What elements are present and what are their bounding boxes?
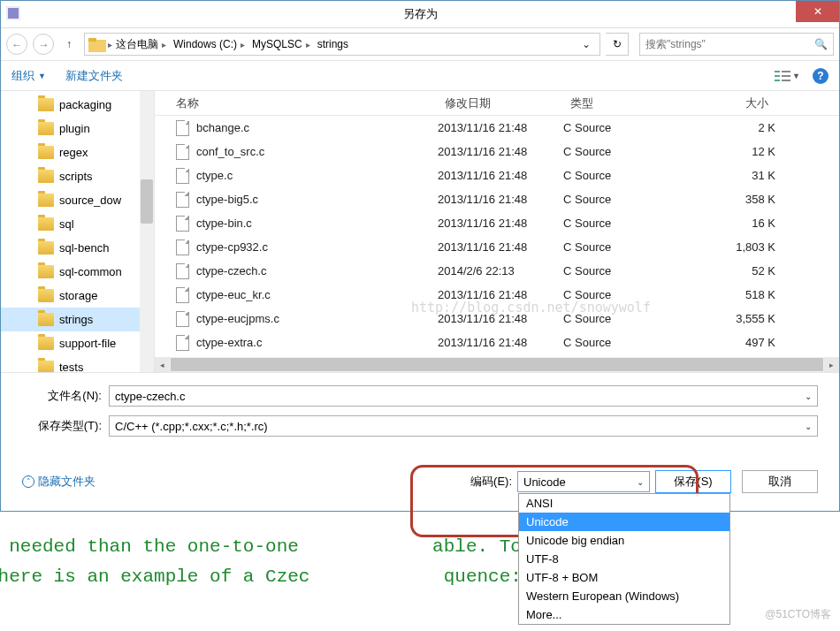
- crumb-dropdown-icon[interactable]: ⌄: [577, 38, 596, 50]
- file-row[interactable]: ctype.c2013/11/16 21:48C Source31 K: [155, 163, 839, 187]
- tree-item-sql[interactable]: sql: [1, 212, 154, 236]
- chevron-down-icon[interactable]: ⌄: [805, 422, 812, 431]
- tree-item-regex[interactable]: regex: [1, 141, 154, 164]
- encoding-select[interactable]: Unicode ⌄ ANSIUnicodeUnicode big endianU…: [517, 471, 650, 492]
- file-icon: [176, 239, 189, 255]
- search-box[interactable]: 🔍: [639, 33, 834, 56]
- background-code-text: s needed than the one-to-one able. To he…: [0, 532, 522, 592]
- file-row[interactable]: bchange.c2013/11/16 21:48C Source2 K: [155, 116, 839, 140]
- file-list: http://blog.csdn.net/snowywolf 名称 修改日期 类…: [155, 91, 839, 372]
- savetype-value: C/C++ (*.cpp;*.cxx;*.c;*.h;*.rc): [115, 420, 268, 433]
- view-button[interactable]: ▼: [775, 70, 800, 82]
- file-row[interactable]: conf_to_src.c2013/11/16 21:48C Source12 …: [155, 140, 839, 163]
- cancel-button[interactable]: 取消: [742, 470, 818, 493]
- newfolder-button[interactable]: 新建文件夹: [65, 68, 123, 84]
- crumb-1[interactable]: Windows (C:): [173, 38, 237, 50]
- tree-item-strings[interactable]: strings: [1, 308, 154, 331]
- encoding-value: Unicode: [523, 475, 566, 489]
- encoding-option[interactable]: Unicode: [519, 513, 729, 531]
- folder-icon: [38, 98, 54, 111]
- file-row[interactable]: ctype-czech.c2014/2/6 22:13C Source52 K: [155, 259, 839, 283]
- col-name[interactable]: 名称: [155, 91, 438, 115]
- file-row[interactable]: ctype-big5.c2013/11/16 21:48C Source358 …: [155, 187, 839, 211]
- forward-button[interactable]: →: [33, 34, 54, 55]
- encoding-option[interactable]: UTF-8: [519, 550, 729, 568]
- tree-item-packaging[interactable]: packaging: [1, 93, 154, 117]
- savetype-label: 保存类型(T):: [22, 418, 109, 434]
- folder-icon: [38, 337, 54, 350]
- file-icon: [176, 311, 189, 327]
- back-button[interactable]: ←: [6, 34, 27, 55]
- refresh-button[interactable]: ↻: [606, 33, 629, 56]
- crumb-2[interactable]: MySQLSC: [252, 38, 302, 50]
- chevron-down-icon: ⌄: [637, 477, 644, 487]
- app-icon: [6, 6, 20, 20]
- col-date[interactable]: 修改日期: [438, 91, 563, 115]
- tree-item-sql-bench[interactable]: sql-bench: [1, 236, 154, 260]
- filename-label: 文件名(N):: [22, 388, 109, 404]
- help-button[interactable]: ?: [813, 68, 829, 84]
- save-button[interactable]: 保存(S): [655, 470, 731, 493]
- folder-icon: [38, 122, 54, 135]
- folder-icon: [38, 313, 54, 326]
- blog-watermark: @51CTO博客: [765, 607, 831, 622]
- tree-item-plugin[interactable]: plugin: [1, 117, 154, 141]
- file-icon: [176, 144, 189, 160]
- encoding-option[interactable]: Unicode big endian: [519, 531, 729, 550]
- svg-rect-3: [775, 71, 780, 72]
- close-button[interactable]: ✕: [796, 1, 839, 22]
- folder-tree[interactable]: packagingpluginregexscriptssource_dowsql…: [1, 91, 155, 372]
- list-header[interactable]: 名称 修改日期 类型 大小: [155, 91, 839, 116]
- folder-icon: [38, 361, 54, 372]
- col-size[interactable]: 大小: [696, 91, 775, 115]
- crumb-0[interactable]: 这台电脑: [116, 37, 158, 52]
- filename-value: ctype-czech.c: [115, 390, 185, 403]
- organize-button[interactable]: 组织 ▼: [11, 68, 46, 84]
- chevron-up-icon: ˄: [22, 475, 34, 488]
- folder-icon: [38, 146, 54, 159]
- file-row[interactable]: ctype-extra.c2013/11/16 21:48C Source497…: [155, 331, 839, 354]
- col-type[interactable]: 类型: [563, 91, 696, 115]
- tree-item-storage[interactable]: storage: [1, 284, 154, 308]
- encoding-dropdown[interactable]: ANSIUnicodeUnicode big endianUTF-8UTF-8 …: [518, 493, 730, 625]
- file-icon: [176, 168, 189, 184]
- svg-rect-1: [88, 40, 106, 52]
- crumb-3[interactable]: strings: [317, 38, 348, 50]
- file-row[interactable]: ctype-bin.c2013/11/16 21:48C Source16 K: [155, 211, 839, 235]
- file-row[interactable]: ctype-euc_kr.c2013/11/16 21:48C Source51…: [155, 283, 839, 307]
- window-title: 另存为: [403, 6, 438, 22]
- svg-rect-4: [775, 75, 780, 77]
- tree-item-tests[interactable]: tests: [1, 355, 154, 372]
- encoding-option[interactable]: More...: [519, 605, 729, 624]
- encoding-option[interactable]: ANSI: [519, 494, 729, 513]
- file-row[interactable]: ctype-eucjpms.c2013/11/16 21:48C Source3…: [155, 307, 839, 331]
- file-row[interactable]: ctype-cp932.c2013/11/16 21:48C Source1,8…: [155, 235, 839, 259]
- folder-icon: [38, 194, 54, 207]
- breadcrumb[interactable]: ▸ 这台电脑▸ Windows (C:)▸ MySQLSC▸ strings ⌄: [84, 33, 600, 56]
- tree-item-support-file[interactable]: support-file: [1, 331, 154, 355]
- encoding-option[interactable]: Western European (Windows): [519, 587, 729, 605]
- tree-item-source_dow[interactable]: source_dow: [1, 188, 154, 212]
- hidden-folders-link[interactable]: ˄ 隐藏文件夹: [22, 474, 95, 490]
- folder-icon: [38, 241, 54, 255]
- chevron-down-icon[interactable]: ⌄: [805, 392, 812, 401]
- folder-icon: [88, 36, 106, 52]
- file-icon: [176, 287, 189, 303]
- search-input[interactable]: [645, 38, 814, 50]
- folder-icon: [38, 289, 54, 302]
- folder-icon: [38, 217, 54, 231]
- svg-rect-8: [782, 80, 790, 81]
- savetype-select[interactable]: C/C++ (*.cpp;*.cxx;*.c;*.h;*.rc) ⌄: [109, 415, 818, 437]
- tree-scrollbar[interactable]: [140, 91, 154, 372]
- toolbar: 组织 ▼ 新建文件夹 ▼ ?: [1, 61, 839, 91]
- file-icon: [176, 120, 189, 136]
- up-button[interactable]: ↑: [59, 38, 79, 50]
- titlebar: 另存为 ✕: [1, 1, 839, 27]
- horizontal-scrollbar[interactable]: ◂▸: [155, 357, 839, 372]
- svg-rect-5: [775, 80, 780, 81]
- encoding-option[interactable]: UTF-8 + BOM: [519, 568, 729, 587]
- encoding-label: 编码(E):: [470, 474, 512, 490]
- tree-item-sql-common[interactable]: sql-common: [1, 260, 154, 284]
- filename-input[interactable]: ctype-czech.c ⌄: [109, 385, 818, 407]
- tree-item-scripts[interactable]: scripts: [1, 164, 154, 188]
